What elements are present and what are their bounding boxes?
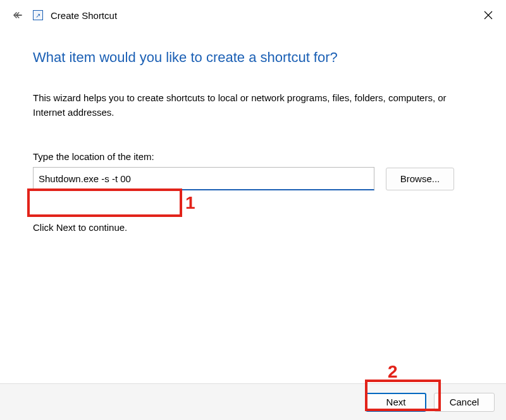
location-input[interactable] xyxy=(33,167,374,190)
wizard-footer: Next Cancel xyxy=(0,383,506,420)
cancel-button[interactable]: Cancel xyxy=(434,393,495,412)
close-button[interactable] xyxy=(481,8,496,23)
wizard-content: What item would you like to create a sho… xyxy=(0,30,506,239)
location-row: Browse... xyxy=(33,167,473,190)
wizard-heading: What item would you like to create a sho… xyxy=(33,49,473,66)
close-icon xyxy=(484,11,493,20)
shortcut-icon: ↗ xyxy=(33,10,43,20)
continue-text: Click Next to continue. xyxy=(33,222,473,233)
header-bar: ↗ Create Shortcut xyxy=(0,0,506,30)
back-button[interactable] xyxy=(10,8,25,23)
wizard-description: This wizard helps you to create shortcut… xyxy=(33,91,473,120)
location-label: Type the location of the item: xyxy=(33,151,473,162)
window-title: Create Shortcut xyxy=(51,10,117,21)
browse-button[interactable]: Browse... xyxy=(386,168,454,190)
back-arrow-icon xyxy=(12,9,23,21)
annotation-label-2: 2 xyxy=(388,362,398,382)
next-button[interactable]: Next xyxy=(366,393,426,412)
